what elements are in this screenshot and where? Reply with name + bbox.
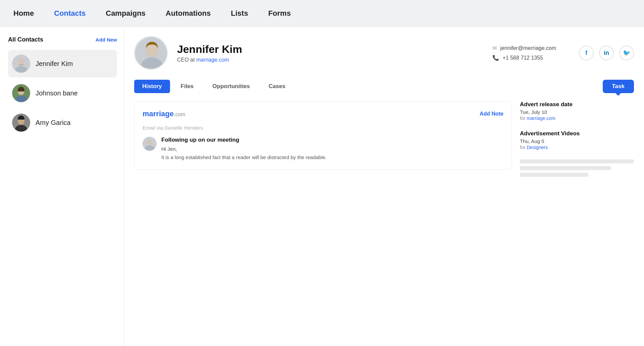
task-button[interactable]: Task (603, 80, 634, 93)
task-label-advert: Advert release date (520, 101, 634, 108)
task-label-videos: Advertisement Videos (520, 130, 634, 137)
add-new-button[interactable]: Add New (96, 37, 117, 43)
tabs-row: History Files Opportunities Cases Task (134, 80, 634, 93)
phone-icon: 📞 (492, 55, 499, 61)
tab-history[interactable]: History (134, 80, 170, 93)
nav-home[interactable]: Home (13, 6, 34, 20)
avatar-jennifer (12, 55, 30, 73)
task-link-videos[interactable]: Designers (527, 145, 548, 150)
profile-info: Jennifer Kim CEO at marriage.com (177, 43, 470, 63)
task-item-advert: Advert release date Tue, July 10 for mar… (520, 101, 634, 121)
content-columns: marriage.com Add Note Email via Danielle… (134, 101, 634, 180)
svg-point-16 (147, 139, 152, 145)
task-date-videos: Thu, Aug 5 (520, 138, 634, 144)
right-column: Advert release date Tue, July 10 for mar… (520, 101, 634, 180)
social-icons: f in 🐦 (579, 46, 634, 60)
skeleton-line-1 (520, 159, 634, 163)
phone-value: +1 568 712 1355 (502, 55, 543, 61)
avatar-johnson (12, 84, 30, 102)
sidebar: All Contacts Add New Jennifer Kim (0, 27, 124, 346)
tab-opportunities[interactable]: Opportunities (204, 80, 258, 93)
add-note-button[interactable]: Add Note (480, 111, 503, 117)
nav-contacts[interactable]: Contacts (54, 6, 86, 20)
thread-greeting: Hi Jen, (161, 146, 327, 152)
profile-role: CEO at marriage.com (177, 57, 470, 63)
task-item-videos: Advertisement Videos Thu, Aug 5 for Desi… (520, 130, 634, 150)
task-date-advert: Tue, July 10 (520, 109, 634, 115)
twitter-icon[interactable]: 🐦 (619, 46, 634, 60)
contact-name-jennifer: Jennifer Kim (36, 60, 73, 68)
company-link[interactable]: marriage.com (196, 57, 229, 63)
contact-name-johnson: Johnson bane (36, 89, 78, 97)
marriage-logo: marriage.com (143, 110, 185, 118)
contact-item-jennifer[interactable]: Jennifer Kim (8, 50, 117, 77)
email-value: jennifer@merriage.com (500, 45, 556, 51)
nav-lists[interactable]: Lists (231, 6, 248, 20)
contact-item-johnson[interactable]: Johnson bane (8, 79, 117, 107)
task-for-advert: for marriage.com (520, 116, 634, 121)
tab-files[interactable]: Files (173, 80, 202, 93)
content-area: Jennifer Kim CEO at marriage.com ✉ jenni… (124, 27, 644, 346)
sidebar-title: All Contacts (8, 36, 43, 43)
email-thread: Following up on our meeting Hi Jen, It i… (143, 137, 503, 161)
email-via: Email via Danielle Henders (143, 125, 503, 131)
contact-item-amy[interactable]: Amy Garica (8, 109, 117, 136)
email-detail: ✉ jennifer@merriage.com (492, 45, 556, 51)
nav-automations[interactable]: Automations (166, 6, 211, 20)
main-layout: All Contacts Add New Jennifer Kim (0, 27, 644, 346)
profile-header: Jennifer Kim CEO at marriage.com ✉ jenni… (134, 36, 634, 70)
top-navigation: Home Contacts Campaigns Automations List… (0, 0, 644, 27)
profile-name: Jennifer Kim (177, 43, 470, 56)
sidebar-header: All Contacts Add New (8, 36, 117, 43)
skeleton-line-3 (520, 173, 588, 177)
avatar-amy (12, 114, 30, 132)
phone-detail: 📞 +1 568 712 1355 (492, 55, 556, 61)
facebook-icon[interactable]: f (579, 46, 594, 60)
profile-avatar (134, 36, 168, 70)
thread-subject: Following up on our meeting (161, 137, 327, 143)
task-link-advert[interactable]: marriage.com (527, 116, 555, 121)
svg-point-3 (18, 58, 24, 65)
contact-name-amy: Amy Garica (36, 119, 70, 127)
tab-cases[interactable]: Cases (261, 80, 293, 93)
linkedin-icon[interactable]: in (599, 46, 614, 60)
nav-campaigns[interactable]: Campaigns (106, 6, 146, 20)
main-column: marriage.com Add Note Email via Danielle… (134, 101, 512, 180)
email-icon: ✉ (492, 45, 497, 51)
thread-body: It is a long established fact that a rea… (161, 154, 327, 161)
thread-content: Following up on our meeting Hi Jen, It i… (161, 137, 327, 161)
history-card-header: marriage.com Add Note (143, 110, 503, 118)
thread-avatar (143, 137, 157, 151)
history-card: marriage.com Add Note Email via Danielle… (134, 101, 512, 170)
skeleton-line-2 (520, 166, 611, 170)
profile-contact-info: ✉ jennifer@merriage.com 📞 +1 568 712 135… (492, 45, 556, 61)
nav-forms[interactable]: Forms (268, 6, 291, 20)
task-for-videos: for Designers (520, 145, 634, 150)
